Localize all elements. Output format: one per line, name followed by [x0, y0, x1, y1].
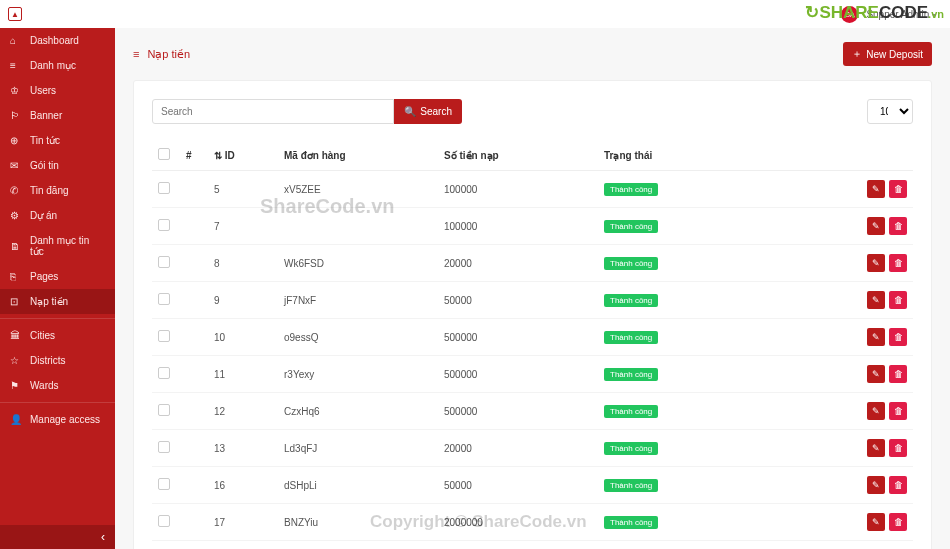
- edit-button[interactable]: ✎: [867, 513, 885, 531]
- card: 🔍 Search 10 # ⇅ ID Mã đơn hàng Số tiền n…: [133, 80, 932, 549]
- new-deposit-button[interactable]: ＋ New Deposit: [843, 42, 932, 66]
- sidebar-item-label: Manage access: [30, 414, 100, 425]
- logo[interactable]: ▲: [0, 0, 115, 28]
- edit-button[interactable]: ✎: [867, 365, 885, 383]
- status-badge: Thành công: [604, 183, 658, 196]
- search-button[interactable]: 🔍 Search: [394, 99, 462, 124]
- edit-button[interactable]: ✎: [867, 217, 885, 235]
- sidebar-item[interactable]: ✆Tin đăng: [0, 178, 115, 203]
- cell-amount: 2000000: [438, 504, 598, 541]
- edit-button[interactable]: ✎: [867, 254, 885, 272]
- cell-id: 12: [208, 393, 278, 430]
- avatar[interactable]: SA: [841, 6, 858, 23]
- col-sort[interactable]: #: [180, 140, 208, 171]
- sidebar-item[interactable]: ♔Users: [0, 78, 115, 103]
- sidebar-item[interactable]: ≡Danh mục: [0, 53, 115, 78]
- search-input[interactable]: [152, 99, 394, 124]
- sidebar-item[interactable]: 🗎Danh mục tin tức: [0, 228, 115, 264]
- cell-amount: 50000: [438, 282, 598, 319]
- sidebar-item-label: Tin tức: [30, 135, 60, 146]
- sidebar-item-label: Districts: [30, 355, 66, 366]
- delete-button[interactable]: 🗑: [889, 254, 907, 272]
- sidebar-item[interactable]: 🏳Banner: [0, 103, 115, 128]
- cell-amount: 100000: [438, 171, 598, 208]
- row-checkbox[interactable]: [158, 515, 170, 527]
- sidebar-item[interactable]: 👤Manage access: [0, 407, 115, 432]
- menu-icon: ≡: [133, 48, 139, 60]
- sidebar-item[interactable]: ⎘Pages: [0, 264, 115, 289]
- sidebar-item[interactable]: ⌂Dashboard: [0, 28, 115, 53]
- delete-button[interactable]: 🗑: [889, 476, 907, 494]
- cell-id: 13: [208, 430, 278, 467]
- nav-icon: ✆: [10, 185, 22, 196]
- sidebar-item[interactable]: ☆Districts: [0, 348, 115, 373]
- col-id[interactable]: ⇅ ID: [208, 140, 278, 171]
- table-row: 10o9essQ500000Thành công✎🗑: [152, 319, 913, 356]
- row-checkbox[interactable]: [158, 219, 170, 231]
- row-checkbox[interactable]: [158, 293, 170, 305]
- delete-button[interactable]: 🗑: [889, 513, 907, 531]
- nav-icon: 👤: [10, 414, 22, 425]
- delete-button[interactable]: 🗑: [889, 439, 907, 457]
- row-checkbox[interactable]: [158, 441, 170, 453]
- sidebar-item[interactable]: ⚑Wards: [0, 373, 115, 398]
- cell-id: 17: [208, 504, 278, 541]
- status-badge: Thành công: [604, 257, 658, 270]
- nav-icon: ⚑: [10, 380, 22, 391]
- select-all-checkbox[interactable]: [158, 148, 170, 160]
- nav-icon: ⊡: [10, 296, 22, 307]
- sidebar-item-label: Dự án: [30, 210, 57, 221]
- edit-button[interactable]: ✎: [867, 402, 885, 420]
- nav-icon: ✉: [10, 160, 22, 171]
- delete-button[interactable]: 🗑: [889, 328, 907, 346]
- col-amount[interactable]: Số tiền nạp: [438, 140, 598, 171]
- cell-id: 9: [208, 282, 278, 319]
- table-row: 5xV5ZEE100000Thành công✎🗑: [152, 171, 913, 208]
- sidebar-item[interactable]: ⚙Dự án: [0, 203, 115, 228]
- delete-button[interactable]: 🗑: [889, 402, 907, 420]
- edit-button[interactable]: ✎: [867, 328, 885, 346]
- sidebar-item-label: Danh mục tin tức: [30, 235, 105, 257]
- col-code[interactable]: Mã đơn hàng: [278, 140, 438, 171]
- nav-icon: 🏛: [10, 330, 22, 341]
- edit-button[interactable]: ✎: [867, 180, 885, 198]
- topbar: SA Supper Admin ▾: [115, 0, 950, 28]
- cell-id: 8: [208, 245, 278, 282]
- status-badge: Thành công: [604, 368, 658, 381]
- delete-button[interactable]: 🗑: [889, 217, 907, 235]
- cell-amount: 100000: [438, 208, 598, 245]
- per-page-select[interactable]: 10: [867, 99, 913, 124]
- edit-button[interactable]: ✎: [867, 439, 885, 457]
- cell-code: o9essQ: [278, 319, 438, 356]
- nav-icon: ⚙: [10, 210, 22, 221]
- row-checkbox[interactable]: [158, 330, 170, 342]
- row-checkbox[interactable]: [158, 404, 170, 416]
- row-checkbox[interactable]: [158, 367, 170, 379]
- sidebar-collapse[interactable]: ‹: [0, 525, 115, 549]
- delete-button[interactable]: 🗑: [889, 180, 907, 198]
- cell-code: dSHpLi: [278, 467, 438, 504]
- cell-amount: 500000: [438, 319, 598, 356]
- cell-id: 5: [208, 171, 278, 208]
- sidebar-item[interactable]: ⊕Tin tức: [0, 128, 115, 153]
- status-badge: Thành công: [604, 516, 658, 529]
- delete-button[interactable]: 🗑: [889, 291, 907, 309]
- user-menu[interactable]: Supper Admin ▾: [866, 9, 936, 20]
- cell-amount: 20000: [438, 430, 598, 467]
- sidebar-item[interactable]: ✉Gói tin: [0, 153, 115, 178]
- row-checkbox[interactable]: [158, 478, 170, 490]
- row-checkbox[interactable]: [158, 256, 170, 268]
- chevron-down-icon: ▾: [932, 11, 936, 20]
- edit-button[interactable]: ✎: [867, 291, 885, 309]
- row-checkbox[interactable]: [158, 182, 170, 194]
- delete-button[interactable]: 🗑: [889, 365, 907, 383]
- sidebar-item[interactable]: ⊡Nạp tiền: [0, 289, 115, 314]
- cell-id: 7: [208, 208, 278, 245]
- edit-button[interactable]: ✎: [867, 476, 885, 494]
- sidebar-item-label: Danh mục: [30, 60, 76, 71]
- cell-code: BNZYiu: [278, 504, 438, 541]
- sidebar-item[interactable]: 🏛Cities: [0, 323, 115, 348]
- nav-icon: 🗎: [10, 241, 22, 252]
- sidebar-item-label: Dashboard: [30, 35, 79, 46]
- col-status[interactable]: Trạng thái: [598, 140, 843, 171]
